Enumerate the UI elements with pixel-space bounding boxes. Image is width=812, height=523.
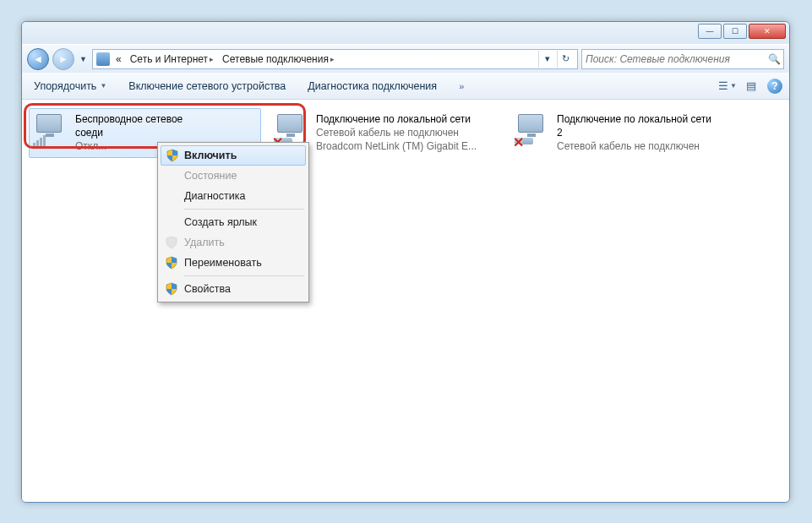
view-options-button[interactable]: ☰▼	[720, 79, 735, 94]
ctx-separator	[184, 209, 304, 210]
ctx-rename[interactable]: Переименовать	[161, 253, 306, 273]
ctx-status: Состояние	[161, 166, 306, 186]
breadcrumb-seg-connections[interactable]: Сетевые подключения ▸	[220, 53, 337, 65]
connection-status: Сетевой кабель не подключен	[316, 126, 477, 139]
uac-shield-icon	[166, 149, 179, 162]
explorer-window: — ☐ ✕ ◄ ► ▼ « Сеть и Интернет ▸ Сетевые …	[21, 21, 790, 503]
ctx-diagnose[interactable]: Диагностика	[161, 186, 306, 206]
search-box[interactable]: 🔍	[581, 49, 784, 69]
wireless-adapter-icon	[33, 112, 70, 146]
breadcrumb-prefix[interactable]: «	[113, 53, 124, 65]
connection-name: Подключение по локальной сети	[316, 112, 477, 126]
connection-name-line2: 2	[557, 126, 711, 139]
minimize-button[interactable]: —	[698, 24, 722, 39]
connection-status: Сетевой кабель не подключен	[557, 139, 711, 153]
chevron-down-icon: ▼	[100, 82, 106, 90]
help-button[interactable]: ?	[767, 79, 782, 94]
context-menu: Включить Состояние Диагностика Создать я…	[157, 142, 309, 302]
search-input[interactable]	[586, 53, 765, 65]
chevron-right-icon: ▸	[210, 55, 214, 63]
disconnected-x-icon: ✕	[513, 134, 526, 148]
enable-device-button[interactable]: Включение сетевого устройства	[123, 78, 291, 95]
diagnose-button[interactable]: Диагностика подключения	[302, 78, 442, 95]
location-icon	[96, 52, 110, 66]
ctx-separator	[184, 275, 304, 276]
connection-name-line2: соеди	[75, 126, 183, 139]
ctx-create-shortcut[interactable]: Создать ярлык	[161, 212, 306, 232]
content-area[interactable]: Беспроводное сетевое соеди Откл... ✕ Под…	[22, 100, 789, 502]
breadcrumb-seg-network[interactable]: Сеть и Интернет ▸	[128, 53, 216, 65]
connection-text: Подключение по локальной сети Сетевой ка…	[316, 112, 477, 154]
navigation-bar: ◄ ► ▼ « Сеть и Интернет ▸ Сетевые подклю…	[22, 44, 789, 73]
refresh-button[interactable]: ↻	[557, 51, 574, 68]
uac-shield-icon	[165, 236, 178, 249]
lan-adapter-icon: ✕	[515, 112, 552, 146]
breadcrumb-label: Сетевые подключения	[222, 53, 329, 65]
connection-adapter: Broadcom NetLink (TM) Gigabit E...	[316, 139, 477, 153]
ctx-rename-label: Переименовать	[184, 257, 262, 269]
uac-shield-icon	[165, 282, 178, 296]
address-dropdown-button[interactable]: ▾	[538, 51, 555, 68]
search-icon: 🔍	[768, 53, 780, 65]
ctx-properties-label: Свойства	[184, 283, 231, 295]
toolbar-overflow[interactable]: »	[454, 79, 467, 94]
address-bar-buttons: ▾ ↻	[538, 51, 574, 68]
maximize-button[interactable]: ☐	[723, 24, 747, 39]
command-bar: Упорядочить ▼ Включение сетевого устройс…	[22, 73, 789, 100]
connection-name-line1: Подключение по локальной сети	[557, 112, 711, 126]
window-controls: — ☐ ✕	[698, 24, 786, 39]
nav-back-button[interactable]: ◄	[27, 48, 49, 70]
connection-item-lan2[interactable]: ✕ Подключение по локальной сети 2 Сетево…	[510, 108, 743, 158]
ctx-enable[interactable]: Включить	[161, 145, 306, 166]
titlebar: — ☐ ✕	[22, 22, 789, 44]
lan-adapter-icon: ✕	[274, 112, 311, 146]
uac-shield-icon	[165, 256, 178, 270]
connection-text: Подключение по локальной сети 2 Сетевой …	[557, 112, 711, 154]
toolbar-right: ☰▼ ▤ ?	[720, 79, 782, 94]
close-button[interactable]: ✕	[749, 24, 786, 39]
ctx-enable-label: Включить	[184, 150, 237, 161]
chevron-right-icon: ▸	[330, 55, 335, 63]
breadcrumb-label: Сеть и Интернет	[130, 53, 208, 65]
ctx-properties[interactable]: Свойства	[161, 279, 306, 299]
ctx-delete-label: Удалить	[184, 237, 225, 248]
nav-forward-button[interactable]: ►	[52, 48, 74, 70]
connection-name-line1: Беспроводное сетевое	[75, 112, 183, 126]
organize-menu[interactable]: Упорядочить ▼	[29, 78, 112, 95]
nav-history-dropdown[interactable]: ▼	[78, 53, 89, 64]
ctx-delete: Удалить	[161, 232, 306, 253]
organize-label: Упорядочить	[34, 80, 96, 92]
preview-pane-button[interactable]: ▤	[744, 79, 759, 94]
address-bar[interactable]: « Сеть и Интернет ▸ Сетевые подключения …	[92, 49, 578, 69]
